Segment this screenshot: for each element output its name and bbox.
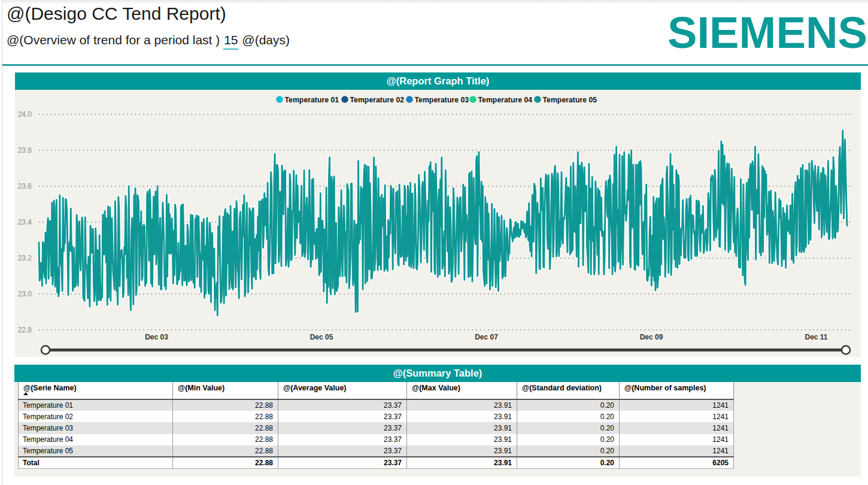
svg-text:23.2: 23.2 <box>18 254 32 262</box>
svg-text:Dec 05: Dec 05 <box>310 333 333 341</box>
svg-text:SIEMENS: SIEMENS <box>667 16 867 50</box>
svg-text:24.0: 24.0 <box>18 110 32 119</box>
svg-text:Dec 07: Dec 07 <box>475 333 498 341</box>
svg-text:Temperature 04: Temperature 04 <box>478 96 533 104</box>
svg-text:Dec 03: Dec 03 <box>145 333 168 341</box>
svg-text:23.6: 23.6 <box>18 182 32 190</box>
svg-text:22.8: 22.8 <box>18 326 32 334</box>
svg-text:Temperature 02: Temperature 02 <box>350 96 405 104</box>
svg-text:Dec 09: Dec 09 <box>640 333 663 341</box>
svg-text:Temperature 01: Temperature 01 <box>285 96 339 104</box>
svg-text:23.4: 23.4 <box>18 218 32 226</box>
svg-text:Temperature 05: Temperature 05 <box>543 96 597 104</box>
svg-text:Temperature 03: Temperature 03 <box>415 96 469 104</box>
svg-text:23.8: 23.8 <box>18 146 32 154</box>
svg-text:23.0: 23.0 <box>18 290 32 298</box>
svg-text:Dec 11: Dec 11 <box>805 333 827 341</box>
